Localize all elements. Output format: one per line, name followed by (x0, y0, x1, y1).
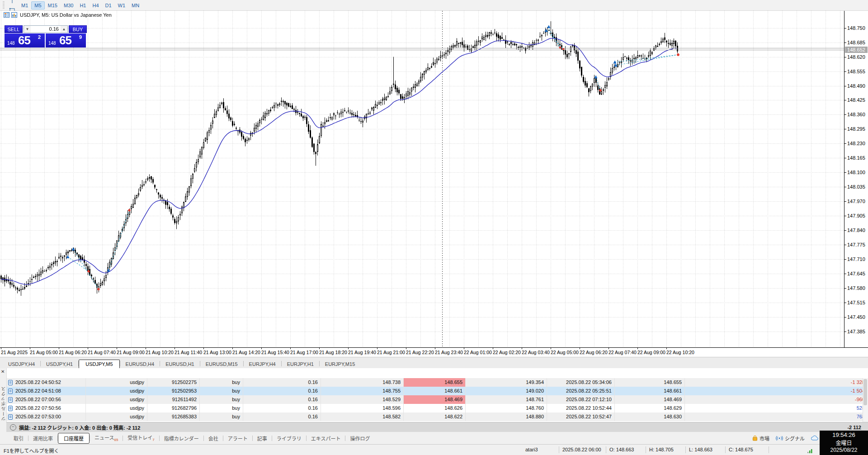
time-tick-mark (580, 348, 580, 349)
signal-link[interactable]: シグナル (776, 435, 805, 442)
deal-close-price: 148.655 (615, 378, 685, 387)
toolbox-tab-12[interactable]: 操作ログ (345, 433, 374, 444)
toolbox-tab-10[interactable]: ライブラリ (272, 433, 306, 444)
timeframe-m5[interactable]: M5 (31, 1, 44, 9)
time-tick-mark (117, 348, 117, 349)
time-tick-label: 22 Aug 06:20 (580, 350, 608, 355)
history-row[interactable]: 2025.08.22 07:53:00usdjpy912685383buy0.1… (6, 412, 868, 421)
time-tick-label: 21 Aug 05:00 (30, 350, 58, 355)
chart-tab-usdjpy-m5[interactable]: USDJPY,M5 (79, 360, 119, 368)
timeframe-m15[interactable]: M15 (45, 1, 61, 9)
price-axis[interactable]: 148.750148.685148.620148.555148.490148.4… (844, 11, 868, 347)
deal-volume: 0.16 (243, 404, 321, 412)
chart-tab-usdjpy-h4[interactable]: USDJPY,H4 (3, 360, 40, 368)
price-tick-label: 148.100 (847, 170, 865, 175)
timeframe-m30[interactable]: M30 (61, 1, 76, 9)
price-tick-label: 148.750 (847, 25, 865, 31)
market-bag-icon (752, 436, 758, 441)
price-tick-label: 147.580 (847, 285, 865, 291)
cloud-icon[interactable] (811, 436, 818, 441)
time-tick-label: 21 Aug 07:40 (88, 350, 116, 355)
sell-button[interactable]: SELL (5, 25, 23, 33)
price-chart[interactable] (0, 11, 844, 347)
volume-increase-button[interactable]: ▲ (61, 26, 67, 33)
table-scrollbar[interactable] (863, 378, 868, 422)
toolbox-tab-5[interactable]: 受信トレイ7 (123, 432, 159, 444)
time-tick-mark (290, 348, 291, 349)
price-tick-mark (844, 245, 846, 245)
deal-time: 2025.08.22 04:50:52 (6, 378, 86, 387)
volume-decrease-button[interactable]: ▼ (24, 26, 31, 33)
buy-price-tile[interactable]: 148 65 9 (46, 33, 86, 47)
toolbox-tab-3[interactable]: 口座履歴 (58, 433, 90, 444)
timeframe-d1[interactable]: D1 (102, 1, 115, 9)
scrollbar-thumb[interactable] (863, 379, 867, 405)
history-row[interactable]: 2025.08.22 04:51:08usdjpy912502953buy0.1… (6, 387, 868, 395)
price-tick-mark (844, 201, 846, 202)
price-tick-mark (844, 259, 846, 260)
time-tick-mark (175, 348, 175, 349)
toolbox-tab-7[interactable]: 会社 (204, 433, 223, 444)
toolbox-tab-6[interactable]: 指標カレンダー (160, 433, 203, 444)
toolbox-tab-8[interactable]: アラート (223, 433, 252, 444)
time-tick-mark (406, 348, 406, 349)
chart-tab-eurjpy-h4[interactable]: EURJPY,H4 (244, 360, 281, 368)
summary-total: -2 112 (847, 425, 861, 430)
volume-input[interactable]: 0.16 (31, 26, 61, 33)
clock-overlay: 19:54:26 金曜日 2025/08/22 (820, 431, 868, 455)
history-row[interactable]: 2025.08.22 07:00:56usdjpy912611492buy0.1… (6, 395, 868, 404)
close-icon[interactable]: ✕ (1, 369, 5, 374)
time-tick-label: 21 Aug 13:00 (203, 350, 231, 355)
price-tick-label: 147.970 (847, 199, 865, 204)
chart-tab-eurusd-h4[interactable]: EURUSD,H4 (120, 360, 160, 368)
deal-ticket: 912611492 (147, 395, 200, 404)
buy-button[interactable]: BUY (69, 25, 87, 33)
timeframe-h4[interactable]: H4 (89, 1, 102, 9)
chart-tab-eurusd-h1[interactable]: EURUSD,H1 (160, 360, 200, 368)
price-tick-mark (844, 288, 846, 289)
text-icon[interactable] (7, 0, 18, 5)
toolbox-tab-4[interactable]: ニュース65 (90, 432, 123, 444)
toolbox-tab-9[interactable]: 記事 (253, 433, 272, 444)
toolbar-drag-handle[interactable] (3, 1, 5, 9)
deal-doc-icon (8, 406, 13, 411)
chart-tab-eurusd-m15[interactable]: EURUSD,M15 (200, 360, 243, 368)
timeframe-mn[interactable]: MN (128, 1, 142, 9)
market-link[interactable]: 市場 (752, 435, 769, 442)
main-toolbar: OK▾ M1M5M15M30H1H4D1W1MN (0, 0, 868, 11)
chart-tab-usdjpy-h1[interactable]: USDJPY,H1 (41, 360, 78, 368)
status-open: O: 148.663 (609, 447, 634, 452)
deal-close-price: 148.469 (615, 395, 685, 404)
time-tick-mark (203, 348, 204, 349)
deal-profit: 768 (685, 412, 868, 421)
toolbox-tab-1[interactable]: 取引 (9, 433, 28, 444)
price-tick-label: 148.295 (847, 126, 865, 132)
time-tick-mark (1, 348, 1, 349)
chart-tab-eurjpy-h1[interactable]: EURJPY,H1 (282, 360, 319, 368)
timeframe-h1[interactable]: H1 (76, 1, 89, 9)
price-tick-mark (844, 100, 846, 100)
timeframe-m1[interactable]: M1 (18, 1, 31, 9)
collapse-icon[interactable]: − (10, 424, 16, 431)
price-tick-label: 148.555 (847, 69, 865, 74)
deal-type: buy (200, 412, 243, 421)
time-axis[interactable]: 21 Aug 202521 Aug 05:0021 Aug 06:2021 Au… (0, 347, 868, 357)
sell-price-sup: 2 (38, 34, 41, 40)
time-tick-label: 21 Aug 14:20 (232, 350, 260, 355)
toolbox-tab-2[interactable]: 運用比率 (28, 433, 57, 444)
deal-time: 2025.08.22 07:00:56 (6, 395, 86, 404)
deal-sl: 148.655 (404, 378, 466, 387)
history-row[interactable]: 2025.08.22 04:50:52usdjpy912502275buy0.1… (6, 378, 868, 387)
chart-tab-eurjpy-m15[interactable]: EURJPY,M15 (320, 360, 360, 368)
toolbox-tab-11[interactable]: エキスパート (307, 433, 345, 444)
price-tick-label: 148.685 (847, 40, 865, 45)
history-row[interactable]: 2025.08.22 07:50:56usdjpy912682796buy0.1… (6, 404, 868, 412)
time-tick-mark (30, 348, 30, 349)
price-tick-label: 148.425 (847, 97, 865, 103)
buy-price-big: 65 (59, 33, 71, 47)
signal-antenna-icon (776, 436, 783, 441)
clock-date: 2025/08/22 (820, 447, 868, 453)
sell-price-tile[interactable]: 148 65 2 (5, 33, 45, 47)
timeframe-w1[interactable]: W1 (115, 1, 129, 9)
time-tick-mark (609, 348, 609, 349)
